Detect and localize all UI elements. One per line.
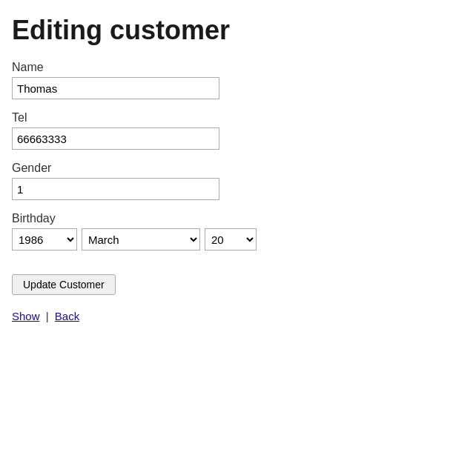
update-customer-button[interactable]: Update Customer xyxy=(12,274,116,295)
birthday-field-group: Birthday 1984 1985 1986 1987 1988 1989 1… xyxy=(12,212,464,251)
links-separator: | xyxy=(46,310,49,322)
tel-field-group: Tel xyxy=(12,111,464,150)
birthday-month-select[interactable]: January February March April May June Ju… xyxy=(82,228,200,251)
tel-label: Tel xyxy=(12,111,464,125)
show-link[interactable]: Show xyxy=(12,310,40,322)
birthday-row: 1984 1985 1986 1987 1988 1989 1990 Janua… xyxy=(12,228,464,251)
name-input[interactable] xyxy=(12,77,219,99)
page-title: Editing customer xyxy=(12,15,464,46)
name-field-group: Name xyxy=(12,61,464,99)
tel-input[interactable] xyxy=(12,127,219,150)
birthday-year-select[interactable]: 1984 1985 1986 1987 1988 1989 1990 xyxy=(12,228,77,251)
gender-field-group: Gender xyxy=(12,162,464,200)
birthday-label: Birthday xyxy=(12,212,464,225)
name-label: Name xyxy=(12,61,464,74)
links-row: Show | Back xyxy=(12,310,464,322)
gender-input[interactable] xyxy=(12,178,219,200)
back-link[interactable]: Back xyxy=(55,310,79,322)
birthday-day-select[interactable]: 1 2 5 10 15 20 25 28 31 xyxy=(205,228,257,251)
gender-label: Gender xyxy=(12,162,464,175)
